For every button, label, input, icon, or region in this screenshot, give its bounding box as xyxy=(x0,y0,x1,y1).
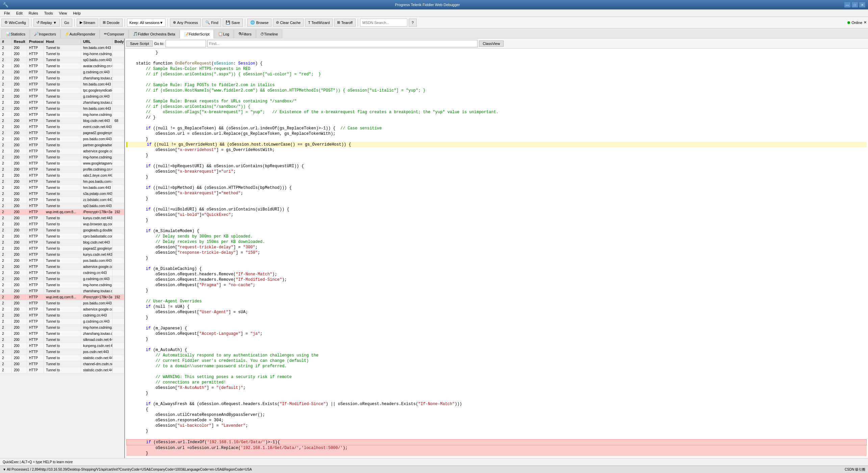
tab-timeline[interactable]: ⏱ Timeline xyxy=(256,29,282,38)
table-row[interactable]: 2 200 HTTP Tunnel to g.csdnimg.cn:443 xyxy=(0,319,124,325)
session-rows[interactable]: 2 200 HTTP Tunnel to hm.baidu.com:443 2 … xyxy=(0,45,124,458)
go-button[interactable]: Go xyxy=(61,19,72,27)
table-row[interactable]: 2 200 HTTP Tunnel to g.csdnimg.cn:443 xyxy=(0,69,124,75)
table-row[interactable]: 2 200 HTTP Tunnel to g.csdnimg.cn:443 xyxy=(0,276,124,282)
replay-button[interactable]: ↺ Replay ▼ xyxy=(33,19,60,27)
table-row[interactable]: 2 200 HTTP Tunnel to tpc.googlesyndicati… xyxy=(0,88,124,94)
table-row[interactable]: 2 200 HTTP Tunnel to s3a.pstatp.com:443 xyxy=(0,191,124,197)
table-row[interactable]: 2 200 HTTP Tunnel to pagead2.googlesyndi… xyxy=(0,130,124,136)
stream-button[interactable]: ▶ Stream xyxy=(77,19,98,27)
tab-autoresponder[interactable]: ⚡ AutoResponder xyxy=(60,29,100,38)
table-row[interactable]: 2 200 HTTP Tunnel to adservice.google.co… xyxy=(0,264,124,270)
tab-composer[interactable]: ✏ Composer xyxy=(100,29,129,38)
table-row[interactable]: 2 200 HTTP Tunnel to statistic.csdn.net:… xyxy=(0,355,124,361)
table-row[interactable]: 2 200 HTTP Tunnel to pos.baidu.com:443 xyxy=(0,136,124,142)
find-button[interactable]: 🔍 Find xyxy=(202,19,221,27)
table-row[interactable]: 2 200 HTTP Tunnel to kunyu.csdn.net:443 xyxy=(0,215,124,221)
table-row[interactable]: 2 200 HTTP Tunnel to sp0.baidu.com:443 xyxy=(0,203,124,209)
table-row[interactable]: 2 200 HTTP Tunnel to sp0.baidu.com:443 xyxy=(0,57,124,63)
table-row[interactable]: 2 200 HTTP Tunnel to zhanshang.toutao.co… xyxy=(0,75,124,81)
table-row[interactable]: 2 200 HTTP Tunnel to img-home.csdnimg.cn… xyxy=(0,51,124,57)
table-row[interactable]: 2 200 HTTP Tunnel to hm.baidu.com:443 xyxy=(0,45,124,51)
cell-result: 200 xyxy=(12,88,27,93)
find-input[interactable] xyxy=(207,40,478,47)
table-row[interactable]: 2 200 HTTP Tunnel to zz.bdstatic.com:443 xyxy=(0,197,124,203)
browse-button[interactable]: 🌐 Browse xyxy=(247,19,272,27)
tab-orchestra[interactable]: 🎵 Fiddler Orchestra Beta xyxy=(129,29,180,38)
table-row[interactable]: 2 200 HTTP Tunnel to pos.baidu.com:443 xyxy=(0,300,124,306)
table-row[interactable]: 2 200 HTTP Tunnel to blog.csdn.net:443 6… xyxy=(0,118,124,124)
table-row[interactable]: 2 200 HTTP Tunnel to silkroad.csdn.net:4… xyxy=(0,337,124,343)
online-close-btn[interactable]: ✕ xyxy=(864,20,867,25)
table-row[interactable]: 2 200 HTTP Tunnel to kunpeng.csdn.net:44… xyxy=(0,343,124,349)
menu-tools[interactable]: Tools xyxy=(42,10,56,16)
table-row[interactable]: 2 200 HTTP Tunnel to pagead2.googlesyndi… xyxy=(0,246,124,252)
table-row[interactable]: 2 200 HTTP Tunnel to profile.csdnimg.cn:… xyxy=(0,167,124,173)
table-row[interactable]: 2 200 HTTP Tunnel to pos.baidu.com:443 xyxy=(0,258,124,264)
table-row[interactable]: 2 200 HTTP Tunnel to kunyu.csdn.net:443 xyxy=(0,252,124,258)
tab-log[interactable]: 📋 Log xyxy=(214,29,233,38)
minimize-btn[interactable]: — xyxy=(844,2,850,7)
table-row[interactable]: 2 200 HTTP Tunnel to zhanshang.toutao.co… xyxy=(0,331,124,337)
text-wizard-button[interactable]: T TextWizard xyxy=(305,19,333,27)
save-button[interactable]: 💾 Save xyxy=(223,19,243,27)
code-editor[interactable]: } static function OnBeforeRequest(oSessi… xyxy=(125,49,868,458)
table-row[interactable]: 2 200 HTTP wup.imtt.qq.com:8... /Pencryp… xyxy=(0,209,124,215)
window-controls[interactable]: — □ ✕ xyxy=(844,2,865,7)
table-row[interactable]: 2 200 HTTP Tunnel to channel-dm.csdn.net… xyxy=(0,361,124,367)
table-row[interactable]: 2 200 HTTP Tunnel to hm.pos.baidu.com:44… xyxy=(0,179,124,185)
any-process-button[interactable]: ⊕ Any Process xyxy=(170,19,201,27)
table-row[interactable]: 2 200 HTTP Tunnel to googleads.g.doublec… xyxy=(0,227,124,233)
table-row[interactable]: 2 200 HTTP Tunnel to g.csdnimg.cn:443 xyxy=(0,94,124,100)
classview-button[interactable]: ClassView xyxy=(479,41,504,47)
tab-fiddlerscript[interactable]: 📝 FiddlerScript xyxy=(180,30,214,39)
table-row[interactable]: 2 200 HTTP Tunnel to www.googletagservic… xyxy=(0,160,124,167)
code-line: oSession.url = oSession.url.Replace(gs_R… xyxy=(126,131,867,136)
table-row[interactable]: 2 200 HTTP Tunnel to zhanshang.toutao.co… xyxy=(0,100,124,106)
table-row[interactable]: 2 200 HTTP Tunnel to avatar.csdnimg.cn:4… xyxy=(0,63,124,69)
table-row[interactable]: 2 200 HTTP Tunnel to img-home.csdnimg.cn… xyxy=(0,282,124,288)
table-row[interactable]: 2 200 HTTP Tunnel to partner.googleadser… xyxy=(0,142,124,148)
keep-dropdown[interactable]: Keep: All sessions ▼ xyxy=(127,19,165,27)
decode-button[interactable]: ⊞ Decode xyxy=(100,19,123,27)
tab-statistics[interactable]: 📊 Statistics xyxy=(1,29,30,38)
table-row[interactable]: 2 200 HTTP Tunnel to csdnimg.cn:443 xyxy=(0,270,124,276)
table-row[interactable]: 2 200 HTTP Tunnel to rabc1.iteye.com:443 xyxy=(0,173,124,179)
table-row[interactable]: 2 200 HTTP Tunnel to cpro.baidustatic.co… xyxy=(0,233,124,240)
menu-rules[interactable]: Rules xyxy=(26,10,41,16)
table-row[interactable]: 2 200 HTTP wup.imtt.qq.com:8... /Pencryp… xyxy=(0,294,124,300)
table-row[interactable]: 2 200 HTTP Tunnel to csdnimg.cn:443 xyxy=(0,313,124,319)
tab-filters[interactable]: ⚗ Filters xyxy=(234,29,256,38)
table-row[interactable]: 2 200 HTTP Tunnel to event.csdn.net:443 xyxy=(0,124,124,130)
table-row[interactable]: 2 200 HTTP Tunnel to img-home.csdnimg.cn… xyxy=(0,154,124,160)
tearoff-button[interactable]: ⊞ Tearoff xyxy=(334,19,355,27)
table-row[interactable]: 2 200 HTTP Tunnel to hm.baidu.com:443 xyxy=(0,81,124,88)
table-row[interactable]: 2 200 HTTP Tunnel to statistic.csdn.net:… xyxy=(0,367,124,373)
cell-num: 2 xyxy=(0,325,12,330)
goto-input[interactable] xyxy=(165,40,206,47)
table-row[interactable]: 2 200 HTTP Tunnel to img-home.csdnimg.cn… xyxy=(0,325,124,331)
maximize-btn[interactable]: □ xyxy=(852,2,858,7)
cell-host: Tunnel to xyxy=(44,57,81,63)
table-row[interactable]: 2 200 HTTP Tunnel to pos.csdn.net:443 xyxy=(0,349,124,355)
clear-cache-button[interactable]: ⊘ Clear Cache xyxy=(273,19,304,27)
table-row[interactable]: 2 200 HTTP Tunnel to blog.csdn.net:443 xyxy=(0,240,124,246)
table-row[interactable]: 2 200 HTTP Tunnel to adservice.google.co… xyxy=(0,148,124,154)
menu-view[interactable]: View xyxy=(56,10,70,16)
msdn-search-input[interactable] xyxy=(360,19,407,27)
table-row[interactable]: 2 200 HTTP Tunnel to adservice.google.co… xyxy=(0,306,124,313)
winconfig-button[interactable]: ⚙ WinConfig xyxy=(1,19,29,27)
tab-inspectors[interactable]: 🔎 Inspectors xyxy=(30,29,60,38)
table-row[interactable]: 2 200 HTTP Tunnel to hm.baidu.com:443 xyxy=(0,185,124,191)
table-row[interactable]: 2 200 HTTP Tunnel to hm.baidu.com:443 xyxy=(0,106,124,112)
table-row[interactable]: 2 200 HTTP Tunnel to zhanshang.toutao.co… xyxy=(0,288,124,294)
menu-file[interactable]: File xyxy=(1,10,13,16)
save-script-button[interactable]: Save Script xyxy=(126,41,153,47)
table-row[interactable]: 2 200 HTTP Tunnel to img-home.csdnimg.cn… xyxy=(0,112,124,118)
close-btn[interactable]: ✕ xyxy=(859,2,865,7)
msdn-help-button[interactable]: ? xyxy=(409,19,417,27)
menu-edit[interactable]: Edit xyxy=(14,10,25,16)
menu-help[interactable]: Help xyxy=(70,10,83,16)
cell-host: Tunnel to xyxy=(44,100,81,105)
table-row[interactable]: 2 200 HTTP Tunnel to wup.browser.qq.com:… xyxy=(0,221,124,227)
